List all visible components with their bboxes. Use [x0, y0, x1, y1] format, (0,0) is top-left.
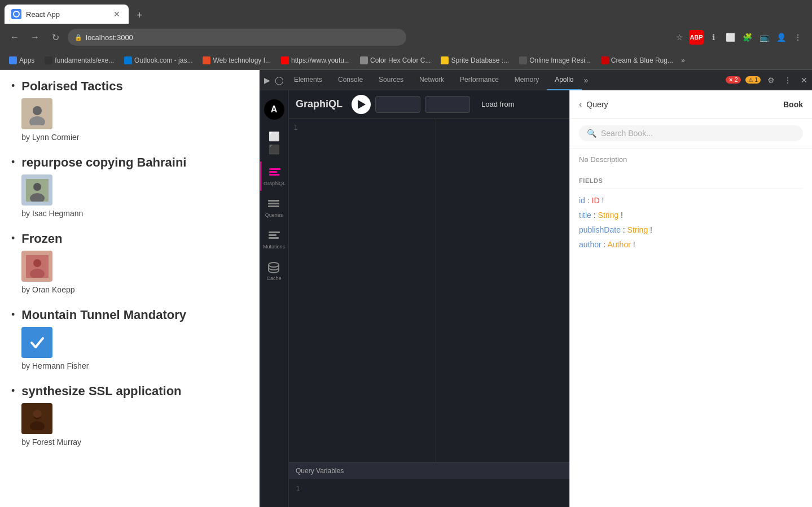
reload-button[interactable]: ↻ [47, 29, 63, 45]
menu-icon[interactable]: ⋮ [791, 30, 805, 45]
list-bullet: • [11, 233, 15, 244]
bookmarks-bar: Apps fundamentals/exe... Outlook.com - j… [0, 51, 812, 70]
cast-icon[interactable]: 📺 [757, 30, 771, 45]
apollo-panel-header: ‹ Query Book [570, 90, 812, 119]
tab-title: React App [26, 10, 107, 19]
sidebar-item-graphiql[interactable]: GraphiQL [260, 161, 288, 191]
sidebar-item-mutations[interactable]: Mutations [261, 225, 287, 254]
browser-tab-react[interactable]: React App ✕ [5, 5, 129, 24]
tab-memory[interactable]: Memory [507, 70, 547, 90]
bookmark-cream-label: Cream & Blue Rug... [611, 56, 673, 64]
bookmarks-more-button[interactable]: » [679, 54, 687, 67]
list-item: • repurpose copying Bahraini by Isac Heg… [11, 155, 248, 218]
svg-rect-14 [269, 174, 279, 176]
outlook-favicon [124, 56, 132, 64]
bookmark-cream[interactable]: Cream & Blue Rug... [596, 54, 678, 67]
bookmark-webtech-label: Web technology f... [213, 56, 271, 64]
checkmark-icon [26, 331, 49, 354]
book-title: Polarised Tactics [21, 79, 248, 94]
bookmark-fundamentals-label: fundamentals/exe... [55, 56, 114, 64]
svg-point-21 [269, 263, 279, 267]
tab-network[interactable]: Network [411, 70, 452, 90]
bookmark-apps[interactable]: Apps [5, 54, 39, 67]
book-cover-image [21, 327, 52, 358]
toolbar-box-1[interactable] [375, 96, 420, 113]
graphiql-toolbar: GraphiQL Load from [289, 90, 569, 119]
list-item: • Frozen by Oran Koepp [11, 231, 248, 294]
play-icon [358, 100, 366, 109]
tab-apollo[interactable]: Apollo [547, 70, 581, 90]
warn-badge: ⚠ 1 [745, 76, 761, 84]
queries-icon [267, 198, 280, 211]
adblock-icon[interactable]: ABP [689, 30, 704, 45]
mutations-label: Mutations [263, 244, 285, 250]
extension1-icon[interactable]: ⬜ [723, 30, 738, 45]
query-variables-label: Query Variables [296, 467, 344, 475]
bookmark-sprite[interactable]: Sprite Database :... [436, 54, 513, 67]
tab-close-button[interactable]: ✕ [112, 9, 122, 19]
query-variables-bar[interactable]: Query Variables [289, 462, 569, 479]
graphiql-sidebar: A ⬜ ⬛ GraphiQL [260, 90, 289, 507]
profile-icon[interactable]: 👤 [774, 30, 788, 45]
address-input[interactable]: 🔒 localhost:3000 [68, 29, 406, 46]
bookmark-colorhex[interactable]: Color Hex Color C... [355, 54, 435, 67]
graphiql-title: GraphiQL [296, 98, 343, 110]
bookmark-sprite-label: Sprite Database :... [451, 56, 509, 64]
bookmark-webtech[interactable]: Web technology f... [198, 54, 275, 67]
back-arrow-icon[interactable]: ‹ [579, 99, 582, 110]
bookmark-imageresizer-label: Online Image Resi... [529, 56, 591, 64]
field-name-id: id [579, 196, 585, 205]
imageresizer-favicon [519, 56, 527, 64]
react-app-panel: • Polarised Tactics by Lynn Cormier [0, 70, 260, 507]
bookmark-youtube[interactable]: https://www.youtu... [276, 54, 354, 67]
search-box[interactable]: 🔍 [579, 125, 803, 141]
field-row-publishdate: publishDate : String ! [579, 225, 803, 234]
person-avatar-icon [26, 408, 49, 430]
book-title: synthesize SSL application [21, 384, 248, 399]
book-info: Frozen by Oran Koepp [21, 231, 248, 294]
new-tab-button[interactable]: + [131, 7, 148, 24]
sidebar-item-cache[interactable]: Cache [264, 256, 283, 286]
window-icon[interactable]: ⬛ [266, 144, 282, 155]
bookmark-imageresizer[interactable]: Online Image Resi... [515, 54, 595, 67]
toolbar-box-2[interactable] [425, 96, 470, 113]
more-tabs-button[interactable]: » [582, 76, 591, 85]
back-button[interactable]: ← [7, 29, 23, 45]
puzzle-icon[interactable]: 🧩 [740, 30, 754, 45]
tab-console[interactable]: Console [330, 70, 371, 90]
devtools-menu-icon[interactable]: ⋮ [782, 76, 794, 85]
field-colon: : [623, 225, 627, 234]
devtools-close-icon[interactable]: ✕ [798, 76, 810, 85]
load-from-label: Load from [481, 100, 515, 108]
svg-point-0 [33, 106, 42, 115]
line-number-1: 1 [293, 123, 298, 132]
run-button[interactable] [352, 95, 371, 114]
tab-sources[interactable]: Sources [371, 70, 411, 90]
bookmark-outlook[interactable]: Outlook.com - jas... [120, 54, 197, 67]
devtools-inspect-icon[interactable]: ▶ [262, 76, 273, 85]
tab-performance[interactable]: Performance [452, 70, 507, 90]
book-cover-image [21, 174, 52, 206]
field-bang: ! [621, 211, 623, 220]
graphiql-icon [268, 166, 282, 180]
settings-icon[interactable]: ⚙ [765, 76, 777, 85]
query-variables-content[interactable]: 1 [289, 479, 569, 507]
star-icon[interactable]: ☆ [672, 30, 687, 45]
svg-rect-20 [269, 237, 279, 239]
field-colon: : [587, 196, 592, 205]
tab-favicon [11, 9, 21, 19]
forward-button[interactable]: → [27, 29, 43, 45]
tab-elements[interactable]: Elements [286, 70, 330, 90]
search-input[interactable] [601, 129, 795, 138]
expand-icon[interactable]: ⬜ [266, 131, 282, 142]
devtools-device-icon[interactable]: ◯ [273, 76, 286, 85]
sprite-favicon [441, 56, 449, 64]
svg-rect-15 [268, 200, 279, 202]
info-icon[interactable]: ℹ [706, 30, 721, 45]
query-editor[interactable]: 1 [289, 119, 436, 462]
lock-icon: 🔒 [74, 34, 82, 41]
sidebar-item-queries[interactable]: Queries [263, 193, 286, 222]
book-cover-image [21, 98, 52, 129]
load-from-button[interactable]: Load from [475, 97, 521, 112]
bookmark-fundamentals[interactable]: fundamentals/exe... [40, 54, 118, 67]
